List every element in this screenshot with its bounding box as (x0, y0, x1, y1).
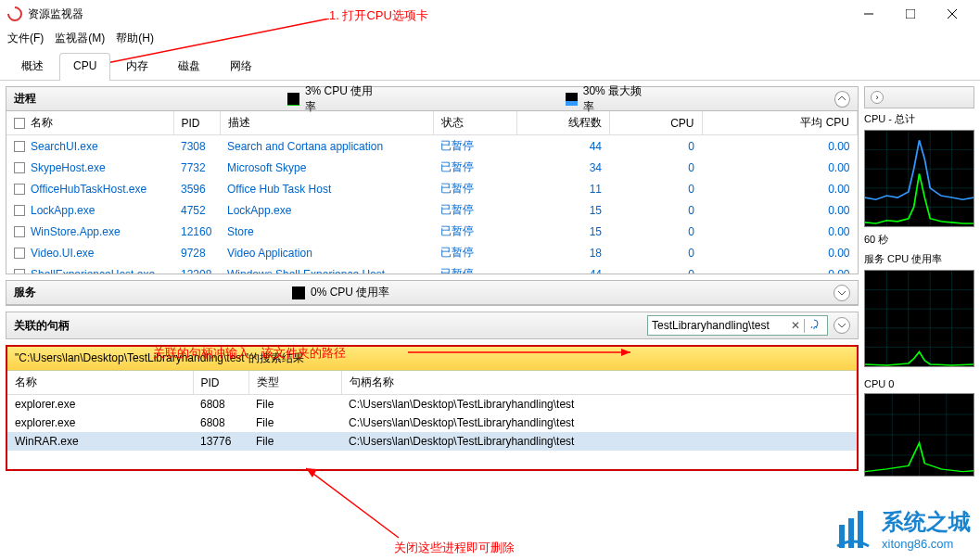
tabs: 概述 CPU 内存 磁盘 网络 (0, 48, 980, 81)
results-table: 名称 PID 类型 句柄名称 explorer.exe6808FileC:\Us… (7, 371, 857, 451)
views-button[interactable]: › (864, 86, 974, 108)
minimize-button[interactable] (847, 0, 889, 28)
watermark-url: xitong86.com (882, 537, 971, 551)
col-threads[interactable]: 线程数 (516, 111, 609, 135)
rcol-hname[interactable]: 句柄名称 (341, 371, 857, 395)
chart-total (864, 130, 974, 227)
tab-disk[interactable]: 磁盘 (164, 52, 214, 80)
cpu-usage-meter: 3% CPU 使用率 (287, 83, 380, 115)
watermark: 系统之城 xitong86.com (830, 507, 971, 551)
titlebar: 资源监视器 (0, 0, 980, 28)
collapse-icon[interactable] (834, 91, 850, 108)
chart-seconds: 60 秒 (864, 231, 974, 248)
chart-service (864, 270, 974, 367)
chart-cpu0 (864, 393, 974, 477)
col-status[interactable]: 状态 (433, 111, 516, 135)
table-row[interactable]: Video.UI.exe9728Video Application已暂停1800… (6, 242, 858, 263)
tab-cpu[interactable]: CPU (59, 53, 110, 81)
rcol-pid[interactable]: PID (193, 371, 248, 395)
menu-monitor[interactable]: 监视器(M) (55, 31, 105, 46)
handles-header[interactable]: 关联的句柄 ✕ (6, 312, 859, 339)
services-header[interactable]: 服务 0% CPU 使用率 (6, 281, 858, 305)
table-row[interactable]: OfficeHubTaskHost.exe3596Office Hub Task… (6, 178, 858, 199)
tab-network[interactable]: 网络 (216, 52, 266, 80)
expand-icon[interactable] (834, 285, 850, 301)
expand-icon[interactable] (834, 317, 850, 334)
table-row[interactable]: SkypeHost.exe7732Microsoft Skype已暂停3400.… (6, 157, 858, 178)
chart-service-title: 服务 CPU 使用率 (864, 252, 974, 266)
menubar: 文件(F) 监视器(M) 帮助(H) (0, 28, 980, 48)
watermark-name: 系统之城 (882, 507, 971, 537)
services-meter: 0% CPU 使用率 (292, 285, 389, 300)
table-row[interactable]: WinStore.App.exe12160Store已暂停1500.00 (6, 221, 858, 242)
processes-header[interactable]: 进程 3% CPU 使用率 30% 最大频率 (6, 87, 858, 111)
tab-memory[interactable]: 内存 (112, 52, 162, 80)
processes-title: 进程 (14, 91, 102, 107)
col-name[interactable]: 名称 (6, 111, 173, 135)
rcol-name[interactable]: 名称 (7, 371, 193, 395)
table-row[interactable]: explorer.exe6808FileC:\Users\lan\Desktop… (7, 395, 857, 414)
col-cpu[interactable]: CPU (609, 111, 702, 135)
search-results: "C:\Users\lan\Desktop\TestLibraryhandlin… (6, 345, 859, 471)
services-title: 服务 (14, 285, 107, 300)
svg-rect-1 (906, 9, 915, 19)
chart-cpu0-title: CPU 0 (864, 378, 974, 389)
max-freq-meter: 30% 最大频率 (566, 83, 649, 115)
col-avg[interactable]: 平均 CPU (702, 111, 858, 135)
results-header: "C:\Users\lan\Desktop\TestLibraryhandlin… (7, 347, 857, 371)
table-row[interactable]: SearchUI.exe7308Search and Cortana appli… (6, 135, 858, 158)
menu-help[interactable]: 帮助(H) (116, 31, 154, 46)
svg-rect-33 (848, 518, 854, 548)
table-row[interactable]: ShellExperienceHost.exe13308Windows Shel… (6, 263, 858, 274)
search-icon[interactable] (804, 319, 827, 333)
processes-table: 名称 PID 描述 状态 线程数 CPU 平均 CPU SearchUI.exe… (6, 111, 858, 274)
search-input[interactable] (648, 316, 787, 335)
menu-file[interactable]: 文件(F) (7, 31, 44, 46)
charts-sidebar: › CPU - 总计 60 秒 服务 CPU 使用率 CPU 0 (864, 81, 980, 554)
col-desc[interactable]: 描述 (220, 111, 433, 135)
table-row[interactable]: LockApp.exe4752LockApp.exe已暂停1500.00 (6, 199, 858, 221)
col-pid[interactable]: PID (173, 111, 220, 135)
rcol-type[interactable]: 类型 (248, 371, 341, 395)
clear-icon[interactable]: ✕ (787, 319, 804, 332)
maximize-button[interactable] (889, 0, 931, 28)
table-row[interactable]: explorer.exe6808FileC:\Users\lan\Desktop… (7, 414, 857, 432)
processes-panel: 进程 3% CPU 使用率 30% 最大频率 名称 PID (6, 86, 859, 274)
window-title: 资源监视器 (28, 6, 847, 22)
handles-title: 关联的句柄 (14, 318, 70, 334)
close-button[interactable] (931, 0, 973, 28)
app-icon (5, 4, 26, 25)
tab-overview[interactable]: 概述 (7, 52, 57, 80)
services-panel: 服务 0% CPU 使用率 (6, 280, 859, 306)
handles-search: ✕ (647, 315, 828, 336)
table-row[interactable]: WinRAR.exe13776FileC:\Users\lan\Desktop\… (7, 432, 857, 451)
chart-total-title: CPU - 总计 (864, 112, 974, 126)
